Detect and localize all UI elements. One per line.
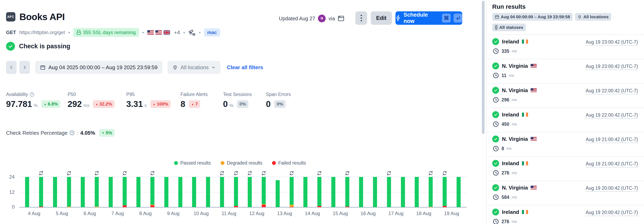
retries-delta-badge: ▼ 5%	[99, 129, 114, 137]
metric-delta-badge: ▲ 7	[189, 100, 200, 108]
result-timestamp-link[interactable]: Aug 19 22:00:42 (UTC-7)	[586, 88, 638, 94]
result-bar[interactable]	[382, 177, 396, 207]
result-bar[interactable]	[340, 177, 354, 207]
result-timestamp-link[interactable]: Aug 19 23:00:42 (UTC-7)	[586, 39, 638, 46]
result-timestamp-link[interactable]: Aug 19 23:00:42 (UTC-7)	[586, 64, 638, 70]
retry-icon	[247, 170, 252, 176]
result-location: N. Virginia	[502, 87, 528, 93]
metric-unit: ms	[84, 103, 89, 108]
result-bar[interactable]	[368, 177, 382, 207]
result-location: N. Virginia	[502, 185, 528, 191]
result-bar[interactable]	[34, 177, 48, 207]
result-bar[interactable]	[271, 177, 285, 207]
edit-button[interactable]: Edit	[371, 11, 392, 25]
result-timestamp-link[interactable]: Aug 19 21:00:42 (UTC-7)	[586, 137, 638, 143]
run-result-row[interactable]: N. Virginia Aug 19 20:00:42 (UTC-7) 584 …	[486, 181, 644, 205]
more-options-button[interactable]	[356, 11, 367, 25]
result-bar[interactable]	[146, 177, 160, 207]
result-passed-icon	[492, 208, 499, 215]
lightning-icon	[396, 15, 401, 21]
result-bar[interactable]	[284, 177, 298, 207]
delta-value: 7	[195, 101, 198, 107]
result-timestamp-link[interactable]: Aug 19 22:00:42 (UTC-7)	[586, 113, 638, 119]
result-bar[interactable]	[104, 177, 118, 207]
result-bar[interactable]	[48, 177, 62, 207]
result-duration: 584	[502, 195, 509, 200]
run-results-statuses-chip[interactable]: All statuses	[492, 24, 526, 31]
result-timestamp-link[interactable]: Aug 19 21:00:42 (UTC-7)	[586, 161, 638, 167]
result-bar[interactable]	[452, 177, 466, 207]
run-results-locations-chip-label: All locations	[583, 14, 608, 19]
x-tick-label: 8 Aug	[132, 211, 160, 216]
result-bar[interactable]	[187, 177, 201, 207]
metric-delta-badge: 0%	[274, 100, 286, 108]
run-result-row[interactable]: N. Virginia Aug 19 21:00:42 (UTC-7) 8 ms	[486, 132, 644, 156]
result-bar[interactable]	[132, 177, 146, 207]
day-group-17-aug	[382, 177, 410, 207]
result-bar[interactable]	[410, 177, 424, 207]
help-icon[interactable]: ?	[30, 92, 34, 97]
date-range-filter[interactable]: Aug 04 2025 00:00:00 – Aug 19 2025 23:59…	[35, 61, 162, 74]
result-bar[interactable]	[160, 177, 174, 207]
result-duration-unit: ms	[512, 49, 517, 53]
result-bar[interactable]	[20, 177, 34, 207]
locations-filter-dropdown[interactable]: All locations	[168, 61, 220, 74]
x-tick-label: 18 Aug	[410, 211, 438, 216]
scrollbar-thumb[interactable]	[482, 1, 484, 134]
result-bar[interactable]	[396, 177, 410, 207]
x-tick-label: 9 Aug	[160, 211, 188, 216]
result-bar[interactable]	[257, 177, 271, 207]
result-bar[interactable]	[173, 177, 187, 207]
result-timestamp-link[interactable]: Aug 19 20:00:42 (UTC-7)	[586, 210, 638, 216]
run-result-row[interactable]: Ireland Aug 19 23:00:42 (UTC-7) 335 ms	[486, 35, 644, 59]
result-bar[interactable]	[215, 177, 229, 207]
chevron-down-icon	[212, 65, 216, 69]
passed-segment	[67, 177, 71, 206]
result-bar[interactable]	[298, 177, 312, 207]
metric-unit: %	[34, 103, 38, 108]
clear-all-filters-link[interactable]: Clear all filters	[227, 64, 263, 71]
result-bar[interactable]	[326, 177, 340, 207]
next-range-button[interactable]	[20, 61, 30, 74]
schedule-now-button[interactable]: Schedule now ⌘	[396, 11, 462, 25]
metric-delta-badge: 0%	[237, 100, 248, 108]
result-bar[interactable]	[229, 177, 243, 207]
run-result-row[interactable]: N. Virginia Aug 19 23:00:42 (UTC-7) 11 m…	[486, 59, 644, 83]
result-bar[interactable]	[90, 177, 104, 207]
run-result-row[interactable]: N. Virginia Aug 19 22:00:42 (UTC-7) 296 …	[486, 83, 644, 107]
result-bar[interactable]	[424, 177, 438, 207]
help-icon[interactable]: ?	[70, 130, 75, 136]
metric-value: 0	[223, 99, 228, 109]
passed-segment	[192, 177, 196, 207]
run-result-row[interactable]: Ireland Aug 19 20:00:42 (UTC-7) 276 ms	[486, 205, 644, 224]
result-duration-unit: ms	[512, 195, 517, 199]
passed-segment	[39, 177, 43, 206]
result-passed-icon	[492, 62, 499, 69]
result-bar[interactable]	[243, 177, 257, 207]
result-location: Ireland	[502, 39, 519, 45]
result-bar[interactable]	[201, 177, 215, 207]
degraded-segment	[429, 207, 433, 207]
result-bar[interactable]	[354, 177, 368, 207]
clock-icon	[492, 194, 499, 200]
run-result-row[interactable]: Ireland Aug 19 21:00:42 (UTC-7) 276 ms	[486, 156, 644, 181]
api-type-badge: API	[6, 12, 16, 22]
run-results-title: Run results	[492, 3, 638, 10]
result-bar[interactable]	[438, 177, 452, 207]
retry-icon	[386, 170, 392, 176]
run-results-date-chip[interactable]: Aug 04 00:00:00 – Aug 19 23:59:58	[492, 13, 572, 21]
result-bar[interactable]	[118, 177, 132, 207]
run-result-row[interactable]: Ireland Aug 19 22:00:42 (UTC-7) 450 ms	[486, 107, 644, 132]
result-duration-unit: ms	[512, 98, 517, 102]
kebab-icon	[360, 14, 362, 22]
prev-range-button[interactable]	[6, 61, 16, 74]
x-tick-label: 12 Aug	[243, 211, 271, 216]
passed-segment	[53, 177, 57, 207]
result-bar[interactable]	[312, 177, 326, 207]
result-bar[interactable]	[76, 177, 90, 207]
retry-icon	[150, 170, 155, 176]
avatar[interactable]: N	[318, 15, 326, 22]
run-results-locations-chip[interactable]: All locations	[575, 13, 611, 21]
result-bar[interactable]	[62, 177, 76, 207]
result-timestamp-link[interactable]: Aug 19 20:00:42 (UTC-7)	[586, 185, 638, 192]
